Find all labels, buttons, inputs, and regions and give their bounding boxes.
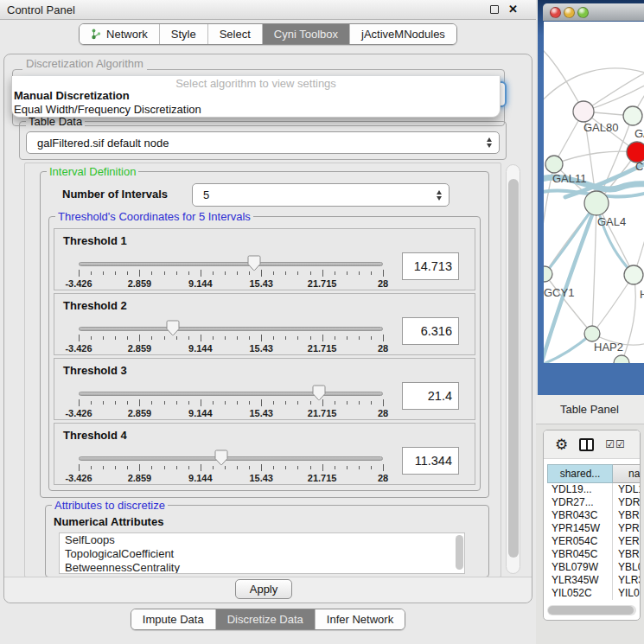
dropdown-option-manual-discretization[interactable]: Manual Discretization (14, 89, 496, 102)
table-cell-name[interactable]: YPR1 (613, 522, 640, 535)
table-cell-name[interactable]: YDR2 (613, 496, 640, 509)
table-row[interactable]: YBR043CYBR0 (547, 509, 640, 522)
table-cell-shared-name[interactable]: YDR27... (547, 496, 613, 509)
tick-mark (371, 401, 372, 405)
network-node-bottom-partial[interactable] (614, 355, 629, 363)
network-edge[interactable] (544, 68, 644, 105)
threshold-3-slider-thumb[interactable] (312, 385, 326, 401)
table-cell-shared-name[interactable]: YPR145W (547, 522, 613, 535)
dropdown-prompt-item[interactable]: Select algorithm to view settings (12, 77, 500, 90)
columns-layout-icon[interactable] (579, 438, 594, 451)
threshold-2-slider-thumb[interactable] (166, 320, 180, 336)
scale-label: 28 (378, 278, 388, 289)
tick-mark (213, 401, 214, 405)
hscrollbar-thumb[interactable] (548, 606, 634, 615)
table-cell-shared-name[interactable]: YER054C (547, 535, 613, 548)
table-cell-shared-name[interactable]: YBR045C (547, 548, 613, 561)
table-row[interactable]: YPR145WYPR1 (547, 522, 640, 535)
threshold-slider[interactable]: -3.4262.8599.14415.4321.71528 (79, 322, 383, 354)
table-row[interactable]: YLR345WYLR3 (547, 574, 640, 587)
column-select-checkboxes-icon[interactable]: ☑☑ (605, 438, 626, 450)
table-row[interactable]: YDL19...YDL1 (547, 483, 640, 496)
tab-cyni-toolbox[interactable]: Cyni Toolbox (263, 24, 350, 44)
tab-discretize-data[interactable]: Discretize Data (216, 609, 316, 629)
network-edge[interactable] (544, 48, 583, 112)
column-header-shared-name[interactable]: shared... (547, 464, 613, 483)
threshold-slider[interactable]: -3.4262.8599.14415.4321.71528 (79, 452, 383, 483)
tab-jactivemnodules[interactable]: jActiveMNodules (350, 24, 456, 44)
table-cell-shared-name[interactable]: YBL079W (547, 561, 613, 574)
number-of-intervals-spinner[interactable]: 5 (192, 183, 450, 207)
table-cell-name[interactable]: YBL0 (613, 561, 640, 574)
tab-network[interactable]: Network (80, 24, 160, 44)
table-cell-name[interactable]: YLR3 (613, 574, 640, 587)
network-window-titlebar[interactable] (543, 3, 644, 21)
dropdown-option-equal-width-frequency[interactable]: Equal Width/Frequency Discretization (14, 103, 496, 116)
float-panel-icon[interactable] (490, 5, 499, 14)
threshold-slider[interactable]: -3.4262.8599.14415.4321.71528 (79, 258, 383, 289)
settings-vertical-scrollbar[interactable] (506, 164, 520, 574)
network-node-gcy1[interactable] (544, 266, 552, 282)
table-row[interactable]: YER054CYER0 (547, 535, 640, 548)
table-data-combobox[interactable]: galFiltered.sif default node (26, 131, 500, 154)
table-cell-name[interactable]: YDL1 (613, 483, 640, 496)
numerical-attributes-list[interactable]: SelfLoopsTopologicalCoefficientBetweenne… (59, 532, 465, 574)
tick-mark (213, 336, 214, 340)
network-node-hap2[interactable] (584, 326, 600, 341)
table-row[interactable]: YDR27...YDR2 (547, 496, 640, 509)
network-node-gal-partial[interactable] (623, 106, 642, 125)
network-node-label: C (635, 160, 643, 173)
apply-button[interactable]: Apply (235, 579, 292, 599)
minimize-traffic-light[interactable] (564, 7, 575, 18)
tab-style[interactable]: Style (160, 24, 208, 44)
network-node-gal11[interactable] (545, 156, 563, 173)
tick-mark (322, 270, 323, 277)
table-row[interactable]: YBR045CYBR0 (547, 548, 640, 561)
close-traffic-light[interactable] (550, 7, 561, 18)
table-row[interactable]: YIL052CYIL0 (547, 587, 640, 600)
spinner-stepper-icon[interactable] (437, 190, 442, 201)
network-node-gal80[interactable] (573, 101, 594, 122)
network-edge[interactable] (592, 203, 596, 334)
attribute-list-item-selfloops[interactable]: SelfLoops (60, 533, 464, 547)
list-scrollbar-thumb[interactable] (456, 535, 463, 570)
threshold-4-section: Threshold 4-3.4262.8599.14415.4321.71528… (54, 423, 475, 485)
threshold-4-slider-thumb[interactable] (214, 450, 228, 466)
table-row[interactable]: YBL079WYBL0 (547, 561, 640, 574)
table-cell-name[interactable]: YIL0 (613, 587, 640, 600)
network-edge[interactable] (592, 275, 634, 334)
network-node-gal4[interactable] (584, 191, 609, 215)
slider-ticks (79, 464, 383, 471)
attribute-list-item-betweennesscentrality[interactable]: BetweennessCentrality (60, 561, 464, 574)
close-panel-icon[interactable]: ✕ (508, 3, 518, 16)
table-cell-shared-name[interactable]: YBR043C (547, 509, 613, 522)
table-cell-name[interactable]: YBR0 (613, 509, 640, 522)
threshold-1-slider-thumb[interactable] (247, 255, 261, 271)
tab-infer-network[interactable]: Infer Network (316, 609, 405, 629)
table-cell-name[interactable]: YBR0 (613, 548, 640, 561)
scrollbar-thumb[interactable] (508, 179, 519, 558)
maximize-traffic-light[interactable] (577, 7, 589, 18)
table-horizontal-scrollbar[interactable] (547, 605, 636, 615)
threshold-slider[interactable]: -3.4262.8599.14415.4321.71528 (79, 387, 383, 418)
network-edge[interactable] (622, 275, 635, 363)
table-cell-shared-name[interactable]: YDL19... (547, 483, 613, 496)
network-edge-thick[interactable] (545, 203, 596, 274)
tab-select[interactable]: Select (208, 24, 263, 44)
threshold-2-value-box[interactable]: 6.316 (402, 317, 459, 345)
network-node-h-partial[interactable] (624, 265, 643, 284)
table-cell-shared-name[interactable]: YLR345W (547, 574, 613, 587)
threshold-4-value-box[interactable]: 11.344 (402, 447, 459, 475)
table-cell-shared-name[interactable]: YIL052C (547, 587, 613, 600)
column-header-name[interactable]: na (613, 464, 640, 483)
combo-stepper-icon[interactable] (487, 137, 492, 148)
threshold-1-value-box[interactable]: 14.713 (402, 252, 459, 280)
tick-mark (310, 336, 311, 340)
table-settings-gear-icon[interactable]: ⚙ (555, 437, 568, 452)
network-canvas[interactable]: GAL80GACGAL11GAL4GCY1HHAP2 (544, 22, 644, 363)
threshold-3-value-box[interactable]: 21.4 (402, 382, 459, 410)
table-cell-name[interactable]: YER0 (613, 535, 640, 548)
network-edge[interactable] (554, 151, 637, 164)
attribute-list-item-topologicalcoefficient[interactable]: TopologicalCoefficient (60, 547, 464, 561)
tab-impute-data[interactable]: Impute Data (131, 609, 216, 629)
